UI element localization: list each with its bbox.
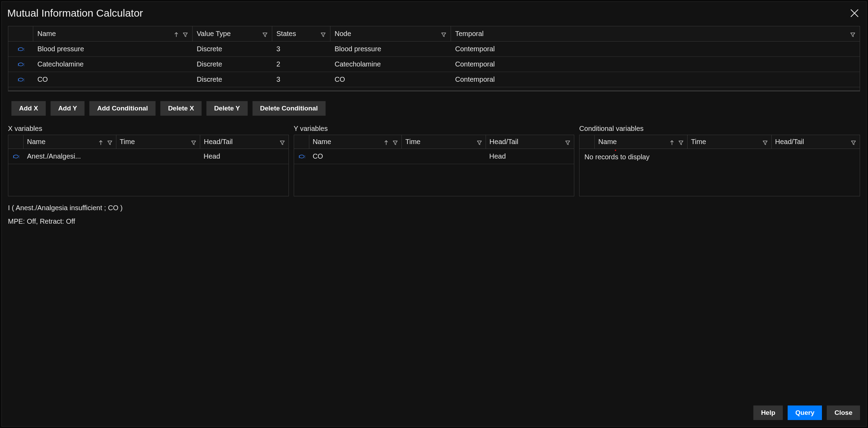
- variable-sections: X variables Name Time: [8, 125, 860, 199]
- filter-icon[interactable]: [851, 139, 856, 145]
- filter-icon[interactable]: [762, 139, 768, 145]
- col-icon[interactable]: [8, 135, 24, 149]
- x-variables-table: Name Time Head/Tail: [8, 135, 289, 196]
- dialog-title: Mutual Information Calculator: [7, 7, 143, 19]
- col-head-tail-label: Head/Tail: [489, 138, 518, 146]
- add-conditional-button[interactable]: Add Conditional: [89, 101, 156, 116]
- node-icon: [8, 42, 33, 56]
- col-temporal-label: Temporal: [455, 30, 484, 38]
- filter-icon[interactable]: [191, 139, 196, 145]
- cell-name: Catecholamine: [33, 57, 193, 72]
- col-head-tail[interactable]: Head/Tail: [772, 135, 860, 149]
- node-icon: [8, 72, 33, 87]
- table-row[interactable]: Anest./Analgesi... Head: [8, 149, 289, 164]
- col-head-tail-label: Head/Tail: [775, 138, 804, 146]
- col-node-label: Node: [335, 30, 351, 38]
- col-icon[interactable]: [579, 135, 595, 149]
- conditional-variables-label: Conditional variables: [579, 125, 860, 135]
- col-head-tail-label: Head/Tail: [204, 138, 232, 146]
- col-icon[interactable]: [294, 135, 309, 149]
- col-time-label: Time: [691, 138, 706, 146]
- cell-name: Blood pressure: [33, 42, 193, 56]
- filter-icon[interactable]: [107, 139, 113, 145]
- filter-icon[interactable]: [392, 139, 398, 145]
- no-records-label: No records to display: [584, 153, 649, 161]
- col-name[interactable]: Name: [309, 135, 402, 149]
- col-head-tail[interactable]: Head/Tail: [486, 135, 574, 149]
- cell-value-type: Discrete: [193, 57, 272, 72]
- col-time[interactable]: Time: [402, 135, 486, 149]
- sort-asc-icon[interactable]: [98, 139, 104, 145]
- y-variables-section: Y variables Name Time: [294, 125, 575, 196]
- cell-time: [402, 149, 486, 164]
- col-name[interactable]: Name: [595, 135, 688, 149]
- cell-value-type: Discrete: [193, 72, 272, 87]
- col-name-label: Name: [37, 30, 56, 38]
- col-value-type[interactable]: Value Type: [193, 26, 272, 41]
- cell-temporal: Contemporal: [451, 72, 860, 87]
- close-button[interactable]: Close: [827, 405, 860, 420]
- filter-icon[interactable]: [320, 31, 326, 37]
- table-row[interactable]: CO Head: [294, 149, 574, 164]
- add-y-button[interactable]: Add Y: [51, 101, 85, 116]
- filter-icon[interactable]: [850, 31, 856, 37]
- sort-asc-icon[interactable]: [669, 139, 675, 145]
- table-row[interactable]: [8, 87, 860, 91]
- cell-states: 3: [272, 72, 330, 87]
- variables-table-body[interactable]: Blood pressure Discrete 3 Blood pressure…: [8, 42, 860, 91]
- node-icon: [8, 57, 33, 72]
- col-time[interactable]: Time: [116, 135, 201, 149]
- sort-asc-icon[interactable]: [383, 139, 389, 145]
- help-button[interactable]: Help: [753, 405, 783, 420]
- add-x-button[interactable]: Add X: [11, 101, 46, 116]
- conditional-variables-table: Name Time Head/Tail: [579, 135, 860, 196]
- validation-dot-icon: [615, 150, 616, 151]
- formula-text: I ( Anest./Analgesia insufficient ; CO ): [8, 199, 860, 215]
- col-time-label: Time: [405, 138, 420, 146]
- dialog-footer: Help Query Close: [2, 399, 866, 426]
- cell-node: Catecholamine: [330, 57, 451, 72]
- filter-icon[interactable]: [280, 139, 285, 145]
- node-icon: [294, 149, 309, 164]
- col-icon[interactable]: [8, 26, 33, 41]
- node-icon: [8, 149, 24, 164]
- variables-table-header: Name Value Type States Node: [8, 26, 860, 42]
- cell-node: CO: [330, 72, 451, 87]
- no-records-text: No records to display: [579, 149, 860, 165]
- col-name-label: Name: [27, 138, 45, 146]
- sort-asc-icon[interactable]: [174, 31, 179, 37]
- filter-icon[interactable]: [441, 31, 446, 37]
- cell-temporal: Contemporal: [451, 57, 860, 72]
- conditional-variables-section: Conditional variables Name Time: [579, 125, 860, 196]
- cell-name: Anest./Analgesi...: [24, 149, 116, 164]
- cell-name: CO: [33, 72, 193, 87]
- table-row[interactable]: Blood pressure Discrete 3 Blood pressure…: [8, 42, 860, 57]
- cell-name: CO: [309, 149, 402, 164]
- filter-icon[interactable]: [477, 139, 482, 145]
- y-variables-table: Name Time Head/Tail: [294, 135, 575, 196]
- filter-icon[interactable]: [183, 31, 188, 37]
- delete-y-button[interactable]: Delete Y: [206, 101, 248, 116]
- cell-head-tail: Head: [200, 149, 289, 164]
- cell-states: 2: [272, 57, 330, 72]
- col-name[interactable]: Name: [33, 26, 193, 41]
- col-states[interactable]: States: [272, 26, 330, 41]
- delete-x-button[interactable]: Delete X: [160, 101, 202, 116]
- x-variables-label: X variables: [8, 125, 289, 135]
- filter-icon[interactable]: [262, 31, 268, 37]
- filter-icon[interactable]: [565, 139, 570, 145]
- col-name[interactable]: Name: [24, 135, 116, 149]
- col-node[interactable]: Node: [330, 26, 451, 41]
- table-row[interactable]: Catecholamine Discrete 2 Catecholamine C…: [8, 57, 860, 72]
- cell-node: Blood pressure: [330, 42, 451, 56]
- query-button[interactable]: Query: [788, 405, 822, 420]
- status-text: MPE: Off, Retract: Off: [8, 215, 860, 225]
- col-time[interactable]: Time: [688, 135, 772, 149]
- col-head-tail[interactable]: Head/Tail: [200, 135, 288, 149]
- close-icon[interactable]: [850, 8, 859, 18]
- col-states-label: States: [276, 30, 296, 38]
- table-row[interactable]: CO Discrete 3 CO Contemporal: [8, 72, 860, 87]
- delete-conditional-button[interactable]: Delete Conditional: [253, 101, 326, 116]
- filter-icon[interactable]: [678, 139, 684, 145]
- col-temporal[interactable]: Temporal: [451, 26, 860, 41]
